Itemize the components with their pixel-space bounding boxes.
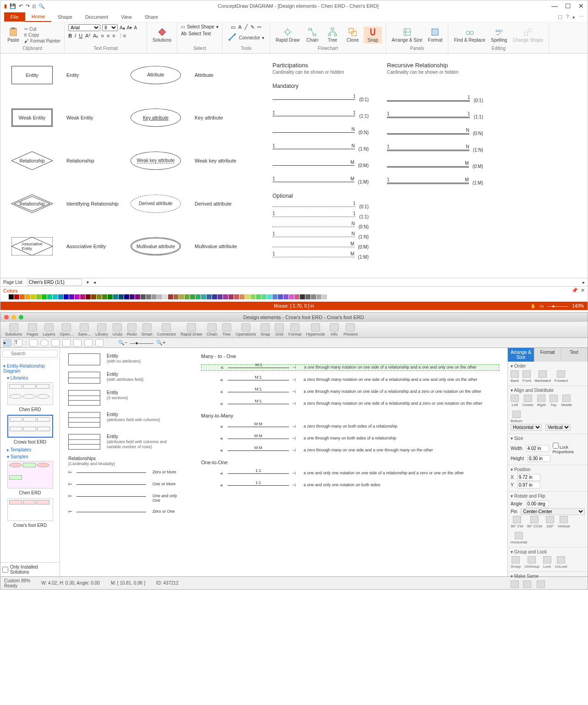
- page-dropdown-icon[interactable]: ▾: [87, 280, 89, 285]
- tool-format[interactable]: Format: [287, 323, 304, 336]
- line-tool-icon[interactable]: ╱: [245, 24, 248, 30]
- text-tool[interactable]: T: [14, 339, 22, 347]
- tab-document[interactable]: Document: [79, 12, 114, 22]
- y-input[interactable]: [517, 482, 540, 488]
- tool-save-[interactable]: Save...: [76, 323, 93, 336]
- arrange-button[interactable]: Arrange & Size: [390, 27, 424, 43]
- insp-unlock[interactable]: UnLock: [555, 556, 567, 569]
- entity-shape[interactable]: Entity: [11, 66, 53, 84]
- color-swatch[interactable]: [245, 294, 250, 299]
- color-swatch[interactable]: [146, 294, 151, 299]
- width-input[interactable]: [526, 445, 549, 452]
- tool-connector[interactable]: Connector: [155, 323, 178, 336]
- ribbon-min-icon[interactable]: ▴: [572, 14, 575, 20]
- tab-text[interactable]: Text: [561, 348, 588, 362]
- color-swatch[interactable]: [108, 294, 113, 299]
- rel-line[interactable]: ⊢: [68, 482, 146, 487]
- insp-ungroup[interactable]: UnGroup: [524, 556, 539, 569]
- lock-proportions[interactable]: [553, 443, 559, 449]
- insp-group[interactable]: Group: [511, 556, 521, 569]
- tab-format[interactable]: Format: [534, 348, 561, 362]
- color-swatch[interactable]: [300, 294, 305, 299]
- color-swatch[interactable]: [201, 294, 206, 299]
- insp-right[interactable]: Right: [537, 395, 546, 407]
- crows-erd-thumb[interactable]: [7, 415, 53, 438]
- color-swatch[interactable]: [36, 294, 41, 299]
- rel-line[interactable]: ⊢: [68, 509, 146, 515]
- color-swatch[interactable]: [289, 294, 294, 299]
- color-swatch[interactable]: [58, 294, 63, 299]
- weak-key-attr-shape[interactable]: Weak key attribute: [131, 152, 181, 170]
- insp-middle[interactable]: Middle: [561, 395, 572, 407]
- insp-90-ccw[interactable]: 90° CCW: [527, 516, 542, 528]
- insp-left[interactable]: Left: [511, 395, 519, 407]
- rel-row[interactable]: ⪪1:1⊣a one and only one notation on both…: [201, 483, 499, 488]
- tab-arrange[interactable]: Arrange & Size: [508, 348, 534, 362]
- cardinality-line[interactable]: 1M: [387, 177, 469, 185]
- tool-info[interactable]: Info: [328, 323, 341, 336]
- close-dot[interactable]: [4, 315, 9, 320]
- tool-library[interactable]: Library: [93, 323, 110, 336]
- help-icon[interactable]: ?: [566, 14, 569, 20]
- insp-width[interactable]: Width: [523, 580, 532, 590]
- minimize-dot[interactable]: [11, 315, 16, 320]
- insp-vertical[interactable]: Vertical: [558, 516, 570, 528]
- color-swatch[interactable]: [3, 294, 8, 299]
- italic-button[interactable]: I: [75, 33, 76, 39]
- color-swatch[interactable]: [9, 294, 14, 299]
- colors-close-icon[interactable]: ✕: [581, 287, 585, 293]
- tool-chain[interactable]: Chain: [205, 323, 219, 336]
- format-painter-button[interactable]: 🖌Format Painter: [24, 38, 60, 43]
- color-swatch[interactable]: [294, 294, 299, 299]
- tool-undo[interactable]: Undo: [111, 323, 125, 336]
- rel-row[interactable]: ⪪M:1⊣a zero through many notation on one…: [201, 377, 499, 383]
- color-swatch[interactable]: [240, 294, 245, 299]
- crow-entity-shape[interactable]: [68, 372, 100, 384]
- format-button[interactable]: Format: [426, 27, 444, 43]
- cardinality-line[interactable]: N: [272, 221, 355, 229]
- highlighter-tool-icon[interactable]: ✏: [257, 24, 261, 30]
- color-swatch[interactable]: [53, 294, 58, 299]
- key-attribute-shape[interactable]: Key attribute: [131, 108, 181, 127]
- color-swatch[interactable]: [64, 294, 69, 299]
- horizontal-select[interactable]: Horizontal: [511, 424, 542, 431]
- color-swatch[interactable]: [196, 294, 201, 299]
- color-swatch[interactable]: [130, 294, 135, 299]
- color-swatch[interactable]: [190, 294, 195, 299]
- cardinality-line[interactable]: 11: [272, 110, 355, 119]
- paste-button[interactable]: Paste: [4, 27, 22, 43]
- color-swatch[interactable]: [69, 294, 74, 299]
- color-swatch[interactable]: [207, 294, 212, 299]
- shrink-font-icon[interactable]: A▾: [127, 25, 132, 30]
- page-name-input[interactable]: [27, 279, 82, 286]
- color-swatch[interactable]: [212, 294, 217, 299]
- color-swatch[interactable]: [223, 294, 228, 299]
- font-select[interactable]: Arial: [68, 24, 100, 31]
- tool-smart[interactable]: Smart: [140, 323, 154, 336]
- grow-font-icon[interactable]: A▴: [120, 25, 125, 30]
- chain-button[interactable]: Chain: [303, 27, 321, 43]
- cardinality-line[interactable]: 1N: [272, 143, 355, 152]
- rect-tool[interactable]: [29, 339, 38, 347]
- cardinality-line[interactable]: 11: [387, 111, 470, 119]
- close-icon[interactable]: ✕: [578, 2, 584, 10]
- scroll-left-icon[interactable]: ◂: [93, 280, 96, 285]
- tool-grid[interactable]: Grid: [273, 323, 286, 336]
- insp-bottom[interactable]: Bottom: [511, 411, 522, 423]
- color-swatch[interactable]: [163, 294, 168, 299]
- insp-size[interactable]: Size: [511, 580, 519, 590]
- ellipse-tool[interactable]: [40, 339, 49, 347]
- tool-redo[interactable]: Redo: [125, 323, 139, 336]
- arc-tool[interactable]: [62, 339, 71, 347]
- color-swatch[interactable]: [234, 294, 239, 299]
- chen-erd-thumb[interactable]: [7, 382, 53, 405]
- color-swatch[interactable]: [267, 294, 272, 299]
- spelling-button[interactable]: ABCSpelling: [489, 27, 509, 43]
- tool-pages[interactable]: Pages: [25, 323, 40, 336]
- vertical-select[interactable]: Vertical: [545, 424, 571, 431]
- color-swatch[interactable]: [316, 294, 321, 299]
- size-select[interactable]: 8: [102, 24, 118, 31]
- tab-shape[interactable]: Shape: [51, 12, 79, 22]
- color-swatch[interactable]: [75, 294, 80, 299]
- copy-button[interactable]: ⎘Copy: [24, 33, 60, 38]
